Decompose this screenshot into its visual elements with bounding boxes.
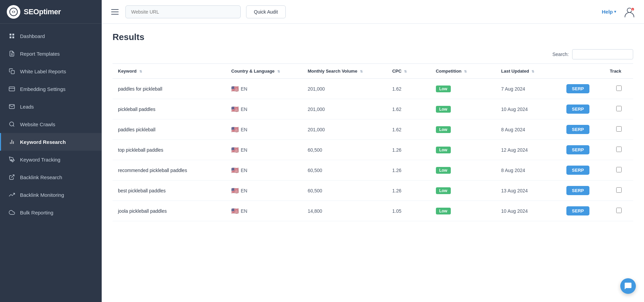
track-checkbox[interactable] [616, 126, 622, 132]
sidebar-item-website-crawls[interactable]: Website Crawls [0, 115, 102, 133]
th-country[interactable]: Country & Language ⇅ [226, 64, 302, 79]
search-input[interactable] [572, 49, 633, 59]
th-cpc[interactable]: CPC ⇅ [387, 64, 430, 79]
trending-up-icon [8, 191, 15, 198]
monthly-cell: 201,000 [302, 119, 387, 140]
competition-cell: Low [430, 160, 496, 181]
serp-button[interactable]: SERP [566, 206, 589, 215]
sort-icon: ⇅ [139, 70, 142, 73]
sort-icon: ⇅ [464, 70, 467, 73]
country-cell: 🇺🇸 EN [226, 99, 302, 119]
sidebar-item-label: Dashboard [20, 33, 45, 39]
track-checkbox[interactable] [616, 167, 622, 172]
serp-button[interactable]: SERP [566, 186, 589, 195]
language-label: EN [241, 208, 247, 214]
sidebar-item-embedding[interactable]: Embedding Settings [0, 80, 102, 98]
table-row: top pickleball paddles 🇺🇸 EN 60,500 1.26… [113, 140, 633, 160]
serp-cell: SERP [561, 140, 604, 160]
track-cell [604, 79, 633, 99]
keyword-cell: paddles pickleball [113, 119, 226, 140]
search-circle-icon [8, 121, 15, 128]
th-monthly[interactable]: Monthly Search Volume ⇅ [302, 64, 387, 79]
sort-icon: ⇅ [277, 70, 280, 73]
sidebar-item-label: Backlink Research [20, 174, 62, 180]
track-checkbox[interactable] [616, 86, 622, 91]
table-row: joola pickleball paddles 🇺🇸 EN 14,800 1.… [113, 201, 633, 221]
cpc-cell: 1.62 [387, 99, 430, 119]
menu-toggle[interactable] [110, 8, 120, 16]
th-serp [561, 64, 604, 79]
updated-cell: 12 Aug 2024 [496, 140, 561, 160]
monthly-cell: 60,500 [302, 140, 387, 160]
country-cell: 🇺🇸 EN [226, 160, 302, 181]
table-row: pickleball paddles 🇺🇸 EN 201,000 1.62 Lo… [113, 99, 633, 119]
svg-rect-5 [13, 37, 14, 38]
main-content: Results Search: Keyword ⇅Country & Langu… [102, 24, 644, 302]
sidebar-item-dashboard[interactable]: Dashboard [0, 27, 102, 45]
competition-cell: Low [430, 119, 496, 140]
track-checkbox[interactable] [616, 147, 622, 152]
svg-point-11 [9, 122, 14, 126]
sidebar-item-label: Embedding Settings [20, 86, 65, 92]
quick-audit-button[interactable]: Quick Audit [246, 5, 286, 18]
sidebar-item-white-label[interactable]: White Label Reports [0, 62, 102, 80]
serp-button[interactable]: SERP [566, 125, 589, 134]
flag-icon: 🇺🇸 [231, 106, 239, 113]
sidebar-item-backlink-research[interactable]: Backlink Research [0, 168, 102, 186]
user-avatar[interactable]: 2 [623, 5, 636, 18]
track-cell [604, 201, 633, 221]
url-input[interactable] [125, 5, 241, 18]
keyword-cell: best pickleball paddles [113, 181, 226, 201]
sidebar-item-report-templates[interactable]: Report Templates [0, 45, 102, 62]
track-checkbox[interactable] [616, 208, 622, 213]
country-cell: 🇺🇸 EN [226, 140, 302, 160]
language-label: EN [241, 107, 247, 112]
sidebar-item-label: Report Templates [20, 51, 60, 57]
svg-rect-4 [9, 37, 11, 38]
serp-button[interactable]: SERP [566, 166, 589, 175]
copy-icon [8, 68, 15, 75]
monthly-cell: 201,000 [302, 79, 387, 99]
serp-button[interactable]: SERP [566, 84, 589, 93]
th-keyword[interactable]: Keyword ⇅ [113, 64, 226, 79]
table-row: paddles for pickleball 🇺🇸 EN 201,000 1.6… [113, 79, 633, 99]
cpc-cell: 1.26 [387, 181, 430, 201]
external-link-icon [8, 174, 15, 181]
cloud-icon [8, 209, 15, 216]
sidebar-item-leads[interactable]: Leads [0, 98, 102, 115]
updated-cell: 8 Aug 2024 [496, 160, 561, 181]
grid-icon [8, 33, 15, 39]
serp-button[interactable]: SERP [566, 105, 589, 114]
language-label: EN [241, 86, 247, 92]
help-button[interactable]: Help ▾ [602, 9, 616, 15]
keyword-cell: top pickleball paddles [113, 140, 226, 160]
header-row: Keyword ⇅Country & Language ⇅Monthly Sea… [113, 64, 633, 79]
sidebar-item-label: Bulk Reporting [20, 210, 53, 215]
keyword-cell: recommended pickleball paddles [113, 160, 226, 181]
serp-button[interactable]: SERP [566, 145, 589, 154]
sidebar-item-bulk-reporting[interactable]: Bulk Reporting [0, 204, 102, 221]
track-checkbox[interactable] [616, 187, 622, 193]
serp-cell: SERP [561, 181, 604, 201]
sidebar-item-label: Keyword Research [20, 139, 66, 145]
th-track: Track [604, 64, 633, 79]
competition-cell: Low [430, 201, 496, 221]
keyword-cell: paddles for pickleball [113, 79, 226, 99]
flag-icon: 🇺🇸 [231, 187, 239, 194]
search-row: Search: [113, 49, 633, 59]
topbar-right: Help ▾ 2 [602, 5, 636, 18]
th-updated[interactable]: Last Updated ⇅ [496, 64, 561, 79]
mail-icon [8, 103, 15, 110]
competition-badge: Low [436, 126, 451, 133]
track-checkbox[interactable] [616, 106, 622, 111]
competition-cell: Low [430, 99, 496, 119]
sidebar-item-backlink-monitoring[interactable]: Backlink Monitoring [0, 186, 102, 204]
svg-text:2: 2 [632, 8, 633, 11]
svg-rect-2 [9, 34, 11, 35]
sidebar-item-keyword-research[interactable]: Keyword Research [0, 133, 102, 151]
th-competition[interactable]: Competition ⇅ [430, 64, 496, 79]
monthly-cell: 60,500 [302, 160, 387, 181]
sidebar-item-keyword-tracking[interactable]: Keyword Tracking [0, 151, 102, 168]
chat-bubble[interactable] [620, 278, 636, 294]
country-cell: 🇺🇸 EN [226, 79, 302, 99]
